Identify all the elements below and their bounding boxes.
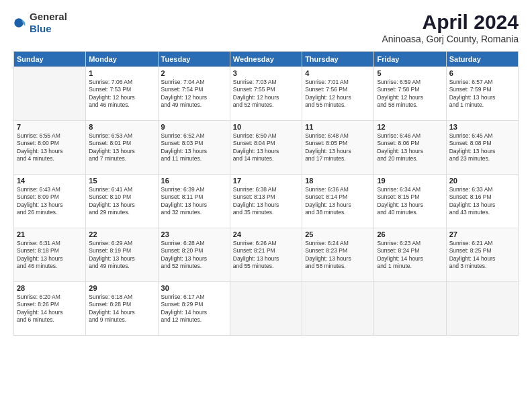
day-info: Sunrise: 6:36 AM Sunset: 8:14 PM Dayligh…: [305, 186, 371, 217]
day-number: 21: [17, 230, 83, 238]
day-cell: 17Sunrise: 6:38 AM Sunset: 8:13 PM Dayli…: [230, 175, 302, 228]
day-number: 3: [233, 69, 299, 77]
day-cell: 4Sunrise: 7:01 AM Sunset: 7:56 PM Daylig…: [302, 67, 374, 121]
day-cell: 13Sunrise: 6:45 AM Sunset: 8:08 PM Dayli…: [446, 121, 518, 175]
day-cell: 8Sunrise: 6:53 AM Sunset: 8:01 PM Daylig…: [86, 121, 158, 175]
day-header-saturday: Saturday: [446, 52, 518, 67]
week-row-1: 1Sunrise: 7:06 AM Sunset: 7:53 PM Daylig…: [14, 67, 519, 121]
day-cell: 26Sunrise: 6:23 AM Sunset: 8:24 PM Dayli…: [374, 228, 446, 282]
day-info: Sunrise: 6:39 AM Sunset: 8:11 PM Dayligh…: [161, 186, 227, 217]
logo-blue: Blue: [30, 23, 52, 34]
day-number: 8: [89, 123, 154, 131]
days-header-row: SundayMondayTuesdayWednesdayThursdayFrid…: [14, 52, 519, 67]
day-info: Sunrise: 6:38 AM Sunset: 8:13 PM Dayligh…: [233, 186, 299, 217]
day-number: 4: [305, 69, 371, 77]
subtitle: Aninoasa, Gorj County, Romania: [382, 34, 519, 44]
day-info: Sunrise: 6:43 AM Sunset: 8:09 PM Dayligh…: [17, 186, 83, 217]
calendar-page: General Blue April 2024 Aninoasa, Gorj C…: [0, 0, 532, 411]
svg-point-0: [14, 18, 23, 27]
day-number: 27: [449, 230, 515, 238]
day-info: Sunrise: 6:26 AM Sunset: 8:21 PM Dayligh…: [233, 240, 299, 271]
day-header-thursday: Thursday: [302, 52, 374, 67]
day-cell: 9Sunrise: 6:52 AM Sunset: 8:03 PM Daylig…: [158, 121, 230, 175]
day-info: Sunrise: 6:21 AM Sunset: 8:25 PM Dayligh…: [449, 240, 515, 271]
day-number: 11: [305, 123, 371, 131]
day-cell: [230, 282, 302, 336]
day-cell: 2Sunrise: 7:04 AM Sunset: 7:54 PM Daylig…: [158, 67, 230, 121]
day-info: Sunrise: 6:20 AM Sunset: 8:26 PM Dayligh…: [17, 293, 83, 324]
day-cell: 19Sunrise: 6:34 AM Sunset: 8:15 PM Dayli…: [374, 175, 446, 228]
day-cell: 6Sunrise: 6:57 AM Sunset: 7:59 PM Daylig…: [446, 67, 518, 121]
day-number: 22: [89, 230, 154, 238]
day-cell: [302, 282, 374, 336]
day-cell: 18Sunrise: 6:36 AM Sunset: 8:14 PM Dayli…: [302, 175, 374, 228]
day-info: Sunrise: 7:06 AM Sunset: 7:53 PM Dayligh…: [89, 79, 154, 109]
day-header-sunday: Sunday: [14, 52, 86, 67]
calendar-table: SundayMondayTuesdayWednesdayThursdayFrid…: [13, 51, 519, 336]
day-info: Sunrise: 6:23 AM Sunset: 8:24 PM Dayligh…: [377, 240, 443, 271]
day-number: 26: [377, 230, 443, 238]
day-cell: 10Sunrise: 6:50 AM Sunset: 8:04 PM Dayli…: [230, 121, 302, 175]
day-info: Sunrise: 6:18 AM Sunset: 8:28 PM Dayligh…: [89, 293, 154, 324]
week-row-3: 14Sunrise: 6:43 AM Sunset: 8:09 PM Dayli…: [14, 175, 519, 228]
day-number: 28: [17, 284, 83, 292]
day-info: Sunrise: 6:17 AM Sunset: 8:29 PM Dayligh…: [161, 293, 227, 324]
day-number: 2: [161, 69, 227, 77]
day-info: Sunrise: 6:24 AM Sunset: 8:23 PM Dayligh…: [305, 240, 371, 271]
logo-general: General: [30, 11, 67, 22]
day-number: 1: [89, 69, 154, 77]
day-number: 7: [17, 123, 83, 131]
day-number: 30: [161, 284, 227, 292]
header: General Blue April 2024 Aninoasa, Gorj C…: [13, 11, 519, 44]
day-number: 18: [305, 177, 371, 185]
day-cell: 23Sunrise: 6:28 AM Sunset: 8:20 PM Dayli…: [158, 228, 230, 282]
day-cell: 21Sunrise: 6:31 AM Sunset: 8:18 PM Dayli…: [14, 228, 86, 282]
day-info: Sunrise: 6:29 AM Sunset: 8:19 PM Dayligh…: [89, 240, 154, 271]
day-info: Sunrise: 6:48 AM Sunset: 8:05 PM Dayligh…: [305, 132, 371, 163]
logo-icon: [13, 16, 27, 30]
day-info: Sunrise: 6:33 AM Sunset: 8:16 PM Dayligh…: [449, 186, 515, 217]
day-info: Sunrise: 6:28 AM Sunset: 8:20 PM Dayligh…: [161, 240, 227, 271]
day-number: 13: [449, 123, 515, 131]
day-info: Sunrise: 7:03 AM Sunset: 7:55 PM Dayligh…: [233, 79, 299, 109]
day-number: 29: [89, 284, 154, 292]
day-info: Sunrise: 6:34 AM Sunset: 8:15 PM Dayligh…: [377, 186, 443, 217]
day-cell: 29Sunrise: 6:18 AM Sunset: 8:28 PM Dayli…: [86, 282, 158, 336]
day-number: 23: [161, 230, 227, 238]
day-cell: 15Sunrise: 6:41 AM Sunset: 8:10 PM Dayli…: [86, 175, 158, 228]
day-number: 20: [449, 177, 515, 185]
day-header-tuesday: Tuesday: [158, 52, 230, 67]
day-number: 9: [161, 123, 227, 131]
day-cell: 14Sunrise: 6:43 AM Sunset: 8:09 PM Dayli…: [14, 175, 86, 228]
day-header-monday: Monday: [86, 52, 158, 67]
day-number: 17: [233, 177, 299, 185]
day-cell: 25Sunrise: 6:24 AM Sunset: 8:23 PM Dayli…: [302, 228, 374, 282]
day-cell: 27Sunrise: 6:21 AM Sunset: 8:25 PM Dayli…: [446, 228, 518, 282]
day-number: 6: [449, 69, 515, 77]
day-number: 15: [89, 177, 154, 185]
day-cell: 30Sunrise: 6:17 AM Sunset: 8:29 PM Dayli…: [158, 282, 230, 336]
day-info: Sunrise: 6:50 AM Sunset: 8:04 PM Dayligh…: [233, 132, 299, 163]
day-cell: 1Sunrise: 7:06 AM Sunset: 7:53 PM Daylig…: [86, 67, 158, 121]
day-cell: 3Sunrise: 7:03 AM Sunset: 7:55 PM Daylig…: [230, 67, 302, 121]
day-header-friday: Friday: [374, 52, 446, 67]
day-number: 16: [161, 177, 227, 185]
day-info: Sunrise: 6:59 AM Sunset: 7:58 PM Dayligh…: [377, 79, 443, 109]
day-header-wednesday: Wednesday: [230, 52, 302, 67]
day-cell: [446, 282, 518, 336]
day-number: 19: [377, 177, 443, 185]
logo: General Blue: [13, 11, 67, 35]
day-cell: [14, 67, 86, 121]
week-row-5: 28Sunrise: 6:20 AM Sunset: 8:26 PM Dayli…: [14, 282, 519, 336]
day-number: 10: [233, 123, 299, 131]
day-info: Sunrise: 6:57 AM Sunset: 7:59 PM Dayligh…: [449, 79, 515, 109]
day-cell: 7Sunrise: 6:55 AM Sunset: 8:00 PM Daylig…: [14, 121, 86, 175]
day-info: Sunrise: 6:45 AM Sunset: 8:08 PM Dayligh…: [449, 132, 515, 163]
day-info: Sunrise: 6:53 AM Sunset: 8:01 PM Dayligh…: [89, 132, 154, 163]
week-row-2: 7Sunrise: 6:55 AM Sunset: 8:00 PM Daylig…: [14, 121, 519, 175]
day-number: 25: [305, 230, 371, 238]
day-info: Sunrise: 7:04 AM Sunset: 7:54 PM Dayligh…: [161, 79, 227, 109]
day-cell: [374, 282, 446, 336]
day-cell: 28Sunrise: 6:20 AM Sunset: 8:26 PM Dayli…: [14, 282, 86, 336]
day-number: 24: [233, 230, 299, 238]
